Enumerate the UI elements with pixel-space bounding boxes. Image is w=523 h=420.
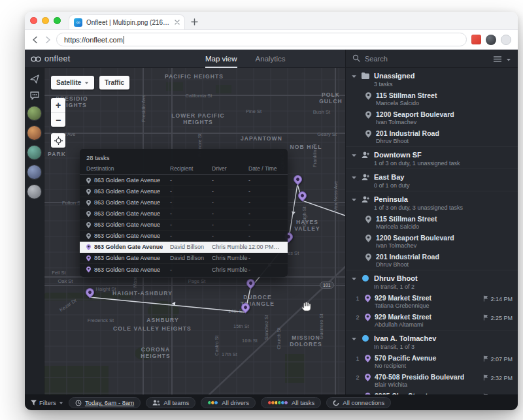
zoom-window-button[interactable] [54, 17, 61, 24]
zoom-out-button[interactable]: − [51, 112, 65, 127]
browser-menu-icon[interactable] [501, 35, 511, 45]
minimize-window-button[interactable] [42, 17, 49, 24]
traffic-toggle[interactable]: Traffic [99, 76, 129, 89]
task-item[interactable]: 1200 Seaport BoulevardIvan Tolmachev [346, 108, 518, 127]
filters-button[interactable]: Filters [31, 399, 63, 406]
browser-profile-avatar[interactable] [486, 35, 496, 45]
task-recipient: Tatiana Grebennique [375, 302, 431, 309]
panel-section-dhruv-bhoot[interactable]: Dhruv BhootIn transit, 1 of 2 [346, 270, 518, 292]
section-name: Unassigned [374, 72, 414, 80]
task-address: 115 Stillman Street [376, 215, 437, 223]
collapse-caret-icon[interactable] [351, 336, 357, 342]
teams-filter-chip[interactable]: All teams [146, 397, 195, 408]
popup-task-row[interactable]: 863 Golden Gate AvenueDavid BillsonChris… [80, 242, 288, 253]
left-rail [25, 68, 44, 395]
popup-datetime: - [248, 210, 281, 217]
task-address: 470-508 Presidio Boulevard [375, 373, 464, 381]
chat-icon[interactable] [30, 90, 39, 101]
stop-item[interactable]: 2470-508 Presidio BoulevardBlair Wichita… [346, 371, 518, 390]
popup-column-header: Destination [86, 165, 170, 172]
popup-header-row: DestinationRecipientDriverDate / Time [80, 165, 288, 175]
route-shield: 101 [320, 282, 334, 289]
collapse-caret-icon[interactable] [351, 74, 357, 79]
popup-task-row[interactable]: 863 Golden Gate Avenue--- [80, 175, 288, 186]
address-bar[interactable]: https://onfleet.com [56, 33, 467, 46]
browser-tab[interactable]: ∞ Onfleet | Multipin.png (2160×1... [69, 14, 185, 29]
stop-item[interactable]: 1570 Pacific AvenueNo recipient2:07 PM [346, 352, 518, 371]
panel-section-unassigned[interactable]: Unassigned3 tasks [346, 68, 518, 89]
tab-analytics[interactable]: Analytics [256, 50, 286, 68]
collapse-caret-icon[interactable] [351, 153, 357, 158]
driver-avatar-1[interactable] [27, 106, 41, 120]
stop-number: 1 [354, 295, 361, 302]
time-filter-chip[interactable]: Today, 6am - 8am [69, 397, 141, 408]
popup-destination: 863 Golden Gate Avenue [94, 255, 160, 261]
driver-avatar-3[interactable] [27, 146, 41, 159]
forward-button[interactable] [44, 36, 52, 44]
task-address: 929 Market Street [375, 294, 431, 302]
collapse-caret-icon[interactable] [351, 197, 357, 202]
popup-destination: 863 Golden Gate Avenue [94, 233, 160, 239]
new-tab-button[interactable] [191, 14, 198, 29]
stop-eta: 2:32 PM [483, 374, 513, 382]
onfleet-logo[interactable]: onfleet [31, 50, 71, 68]
stop-item[interactable]: 1929 Market StreetTatiana Grebennique2:1… [346, 292, 518, 311]
task-item[interactable]: 115 Stillman StreetMaricela Salcido [346, 213, 518, 232]
locate-button[interactable] [51, 133, 65, 148]
collapse-caret-icon[interactable] [351, 175, 357, 180]
hand-cursor [301, 301, 312, 315]
panel-section-ivan-a-tolmachev[interactable]: Ivan A. TolmachevIn transit, 1 of 3 [346, 330, 518, 352]
panel-section-peninsula[interactable]: Peninsula1 of 3 on duty, 3 unassigned ta… [346, 191, 518, 213]
popup-task-row[interactable]: 863 Golden Gate Avenue--- [80, 197, 288, 208]
popup-task-row[interactable]: 863 Golden Gate Avenue-Chris Rumble- [80, 264, 288, 275]
bottom-bar: Filters Today, 6am - 8am All teams [25, 395, 518, 410]
team-icon [361, 174, 370, 181]
popup-task-row[interactable]: 863 Golden Gate Avenue--- [80, 231, 288, 242]
popup-recipient: - [170, 221, 212, 228]
driver-avatar-5[interactable] [27, 185, 41, 199]
stop-item[interactable]: 2929 Market StreetAbdullah Altamami2:25 … [346, 311, 518, 330]
popup-recipient: - [170, 177, 212, 184]
back-button[interactable] [31, 36, 39, 44]
task-recipient: Maricela Salcido [376, 100, 437, 106]
task-item[interactable]: 115 Stillman StreetMaricela Salcido [346, 89, 518, 108]
drivers-filter-chip[interactable]: All drivers [201, 397, 256, 408]
driver-avatar-4[interactable] [27, 165, 41, 179]
popup-task-row[interactable]: 863 Golden Gate Avenue--- [80, 219, 288, 231]
window-controls [30, 12, 61, 29]
extension-icon[interactable] [471, 35, 481, 44]
panel-section-downtown-sf[interactable]: Downtown SF1 of 3 on duty, 1 unassigned … [346, 146, 518, 169]
task-address: 201 Industrial Road [376, 129, 439, 137]
map-type-selector[interactable]: Satellite [51, 76, 94, 89]
stop-eta: 2:07 PM [483, 355, 513, 363]
popup-datetime: - [248, 233, 281, 239]
map-canvas[interactable]: PACIFIC HEIGHTSPRESIDIO HEIGHTSLOWER PAC… [44, 68, 345, 395]
popup-driver: Chris Rumble [212, 255, 248, 261]
tasks-filter-chip[interactable]: All tasks [261, 397, 321, 408]
flag-icon [483, 374, 488, 382]
popup-driver: - [212, 221, 248, 228]
tab-close-icon[interactable] [175, 20, 180, 25]
collapse-caret-icon[interactable] [351, 276, 357, 282]
task-item[interactable]: 1200 Seaport BoulevardIvan Tolmachev [346, 232, 518, 251]
popup-task-row[interactable]: 863 Golden Gate AvenueDavid BillsonChris… [80, 253, 288, 264]
caret-down-icon [84, 81, 89, 85]
close-window-button[interactable] [30, 17, 37, 24]
onfleet-logo-mark [31, 56, 41, 62]
popup-recipient: - [170, 233, 212, 239]
task-item[interactable]: 201 Industrial RoadDhruv Bhoot [346, 127, 518, 146]
zoom-in-button[interactable]: + [51, 98, 65, 112]
driver-avatar-2[interactable] [27, 126, 41, 140]
task-item[interactable]: 201 Industrial RoadDhruv Bhoot [346, 251, 518, 270]
list-view-icon[interactable] [494, 53, 501, 65]
search-input[interactable] [365, 55, 489, 63]
tab-map-view[interactable]: Map view [205, 50, 237, 68]
connections-filter-chip[interactable]: All connections [326, 397, 391, 408]
panel-section-east-bay[interactable]: East Bay0 of 1 on duty [346, 169, 518, 191]
popup-task-row[interactable]: 863 Golden Gate Avenue--- [80, 208, 288, 219]
popup-task-row[interactable]: 863 Golden Gate Avenue--- [80, 186, 288, 197]
section-subtitle: In transit, 1 of 2 [374, 283, 418, 290]
popup-recipient: David Billson [170, 255, 212, 261]
dispatch-icon[interactable] [30, 74, 39, 84]
stop-item[interactable]: 33825 Clay StreetAlex Sjoman2:48 PM [346, 390, 518, 395]
